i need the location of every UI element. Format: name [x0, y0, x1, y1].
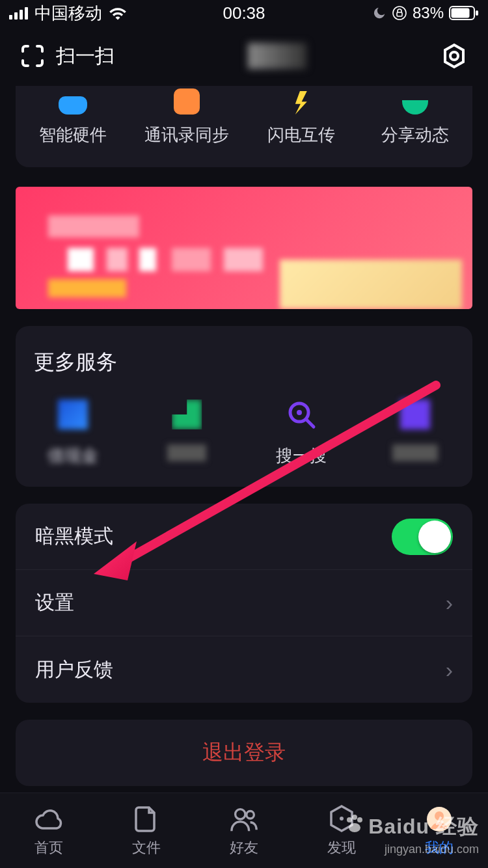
cloud-icon — [34, 806, 64, 832]
dark-mode-toggle[interactable] — [392, 519, 453, 555]
shortcut-share-moments[interactable]: 分享动态 — [359, 86, 473, 146]
nav-label: 我的 — [425, 838, 454, 858]
hex-gear-icon — [441, 43, 467, 69]
battery-icon — [449, 6, 479, 20]
nav-label: 首页 — [34, 838, 63, 858]
bottom-nav: 首页 文件 好友 发现 我的 — [0, 793, 488, 868]
status-bar: 中国移动 00:38 83% — [0, 0, 488, 26]
promo-banner[interactable] — [16, 187, 472, 309]
settings-row[interactable]: 设置 › — [16, 570, 472, 636]
svg-point-5 — [450, 52, 458, 60]
nav-discover[interactable]: 发现 — [293, 793, 390, 868]
svg-point-11 — [236, 809, 245, 819]
service-loan[interactable]: 借现金 — [16, 396, 130, 467]
nav-files[interactable]: 文件 — [98, 793, 195, 868]
banner-blurred-content — [16, 187, 472, 309]
svg-point-7 — [297, 410, 302, 415]
service-label-blurred — [392, 444, 438, 461]
shortcut-contact-sync[interactable]: 通讯录同步 — [130, 86, 245, 146]
nav-friends[interactable]: 好友 — [195, 793, 293, 868]
svg-rect-3 — [452, 8, 470, 18]
flash-transfer-icon — [295, 91, 307, 115]
scan-button[interactable]: 扫一扫 — [20, 43, 115, 70]
service-label-blurred — [167, 444, 206, 461]
battery-percent: 83% — [413, 4, 444, 22]
shortcut-label: 智能硬件 — [16, 124, 130, 146]
shortcut-label: 通讯录同步 — [130, 124, 245, 146]
shortcut-flash-transfer[interactable]: 闪电互传 — [244, 86, 359, 146]
friends-icon — [229, 806, 259, 833]
svg-rect-1 — [397, 12, 402, 16]
chevron-right-icon: › — [446, 590, 453, 616]
nav-home[interactable]: 首页 — [0, 793, 98, 868]
settings-list-card: 暗黑模式 设置 › 用户反馈 › — [16, 504, 472, 703]
shortcut-label: 分享动态 — [359, 124, 473, 146]
app-header: 扫一扫 — [0, 26, 488, 86]
service-label: 借现金 — [16, 444, 130, 467]
scan-icon — [20, 43, 46, 69]
svg-point-0 — [393, 7, 406, 20]
contact-sync-icon — [174, 88, 200, 115]
dark-mode-row: 暗黑模式 — [16, 504, 472, 570]
nav-label: 文件 — [132, 838, 161, 858]
nav-me[interactable]: 我的 — [390, 793, 488, 868]
service-search[interactable]: 搜一搜 — [244, 396, 359, 467]
file-icon — [133, 805, 159, 834]
logout-button[interactable]: 退出登录 — [16, 720, 472, 786]
discover-icon — [328, 804, 355, 834]
feedback-row[interactable]: 用户反馈 › — [16, 636, 472, 703]
shortcut-card: 智能硬件 通讯录同步 闪电互传 分享动态 — [16, 86, 472, 167]
service-label: 搜一搜 — [244, 444, 359, 467]
scan-label: 扫一扫 — [56, 43, 115, 70]
wifi-icon — [109, 6, 127, 20]
svg-point-12 — [247, 811, 254, 819]
service-item-4-icon — [400, 400, 430, 429]
svg-rect-4 — [476, 10, 478, 16]
logout-label: 退出登录 — [202, 739, 286, 767]
feedback-label: 用户反馈 — [35, 657, 113, 683]
service-item-4[interactable] — [359, 396, 473, 467]
nav-label: 好友 — [230, 838, 258, 858]
header-settings-button[interactable] — [440, 42, 468, 70]
dark-mode-label: 暗黑模式 — [35, 523, 113, 550]
nav-label: 发现 — [327, 838, 356, 858]
settings-label: 设置 — [35, 590, 74, 616]
smart-hardware-icon — [59, 96, 87, 115]
header-title-blurred — [248, 43, 306, 69]
content-scroll[interactable]: 智能硬件 通讯录同步 闪电互传 分享动态 — [0, 86, 488, 793]
shortcut-label: 闪电互传 — [244, 124, 359, 146]
carrier-label: 中国移动 — [34, 2, 102, 25]
chevron-right-icon: › — [446, 657, 453, 683]
moon-icon — [372, 6, 386, 20]
signal-icon — [9, 7, 28, 20]
status-right: 83% — [265, 4, 479, 22]
more-services-card: 更多服务 借现金 搜一搜 — [16, 326, 472, 487]
svg-point-13 — [340, 817, 344, 821]
avatar-icon — [426, 806, 453, 833]
status-time: 00:38 — [223, 3, 265, 23]
status-left: 中国移动 — [9, 2, 223, 25]
lock-rotation-icon — [392, 5, 407, 21]
service-loan-icon — [58, 400, 88, 429]
svg-line-8 — [306, 420, 314, 427]
search-icon — [286, 400, 316, 429]
service-item-2[interactable] — [130, 396, 245, 467]
more-services-title: 更多服务 — [16, 348, 472, 396]
svg-point-15 — [435, 811, 444, 821]
shortcut-smart-hardware[interactable]: 智能硬件 — [16, 86, 130, 146]
share-moments-icon — [402, 100, 428, 115]
service-item-2-icon — [172, 400, 202, 429]
